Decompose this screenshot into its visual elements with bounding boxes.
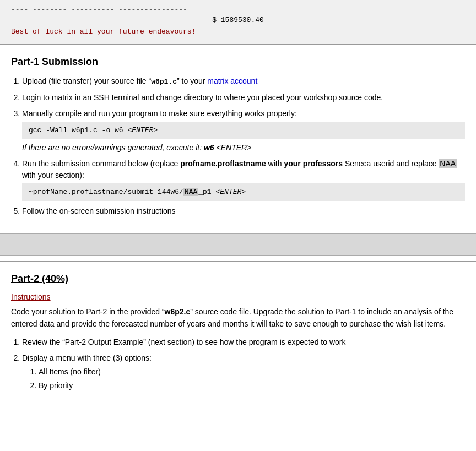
gap-section	[0, 233, 476, 256]
step1-code: w6p1.c	[151, 78, 177, 86]
step3-italic: If there are no errors/warnings generate…	[22, 142, 465, 154]
sub-item-2: By priority	[39, 381, 73, 390]
step4-bold: profname.proflastname	[180, 159, 266, 168]
list-item: All Items (no filter)	[39, 366, 465, 378]
farewell-line: Best of luck in all your future endeavou…	[11, 28, 465, 36]
step2-text: Login to matrix in an SSH terminal and c…	[22, 93, 383, 102]
part1-section: Part-1 Submission Upload (file transfer)…	[0, 45, 476, 228]
part1-title: Part-1 Submission	[11, 56, 465, 68]
step5-text: Follow the on-screen submission instruct…	[22, 207, 176, 215]
step3-code-block: gcc -Wall w6p1.c -o w6 <ENTER>	[22, 122, 465, 139]
list-item: Run the submission command below (replac…	[22, 158, 465, 201]
part2-step2-text: Display a menu with three (3) options:	[22, 354, 152, 362]
step4-code-block: ~profName.proflastname/submit 144w6/NAA_…	[22, 183, 465, 201]
part2-step2-sublist: All Items (no filter) By priority	[39, 366, 465, 392]
list-item: Login to matrix in an SSH terminal and c…	[22, 92, 465, 104]
instructions-link[interactable]: Instructions	[11, 292, 465, 301]
list-item: Manually compile and run your program to…	[22, 108, 465, 154]
amount-line: $ 1589530.40	[11, 16, 465, 24]
top-code-block: ---- -------- ---------- ---------------…	[0, 0, 476, 44]
step4-highlight: NAA	[439, 159, 457, 168]
spacer2	[0, 256, 476, 261]
list-item: By priority	[39, 380, 465, 392]
part2-step1-text: Review the “Part-2 Output Example” (next…	[22, 338, 346, 346]
part2-intro-text: Code your solution to Part-2 in the prov…	[11, 306, 465, 330]
part1-steps-list: Upload (file transfer) your source file …	[22, 75, 465, 217]
sub-item-1: All Items (no filter)	[39, 367, 101, 376]
step4-code-highlight: NAA	[183, 188, 198, 196]
list-item: Follow the on-screen submission instruct…	[22, 205, 465, 217]
step4-text-before: Run the submission command below (replac…	[22, 159, 457, 180]
matrix-link[interactable]: matrix account	[207, 77, 257, 85]
part2-file-code: w6p2.c	[165, 307, 191, 316]
part2-section: Part-2 (40%) Instructions Code your solu…	[0, 262, 476, 403]
step1-text-after: ” to your matrix account	[177, 77, 257, 85]
list-item: Review the “Part-2 Output Example” (next…	[22, 336, 465, 348]
list-item: Display a menu with three (3) options: A…	[22, 352, 465, 392]
step1-text-before: Upload (file transfer) your source file …	[22, 77, 151, 85]
part2-steps-list: Review the “Part-2 Output Example” (next…	[22, 336, 465, 392]
step4-underline-bold: your professors	[284, 159, 343, 168]
step3-text: Manually compile and run your program to…	[22, 109, 297, 118]
dashes-line: ---- -------- ---------- ---------------…	[11, 6, 465, 14]
spacer1	[0, 228, 476, 233]
list-item: Upload (file transfer) your source file …	[22, 75, 465, 88]
part2-title: Part-2 (40%)	[11, 273, 465, 285]
